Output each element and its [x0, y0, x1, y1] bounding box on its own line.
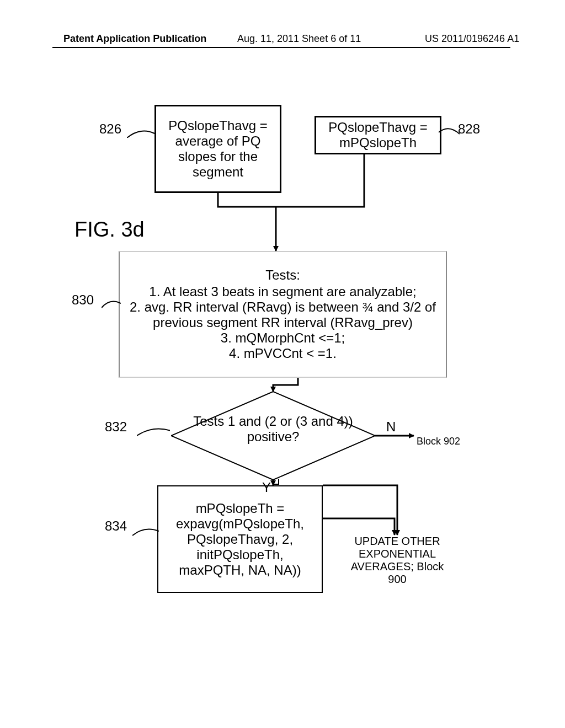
figure-title: FIG. 3d: [74, 218, 145, 242]
process-box-828: PQslopeThavg = mPQslopeTh: [315, 116, 441, 154]
label-block-900: UPDATE OTHER EXPONENTIAL AVERAGES; Block…: [345, 535, 450, 586]
box-830-line1: 1. At least 3 beats in segment are analy…: [149, 284, 416, 299]
box-830-line3: 3. mQMorphCnt <=1;: [221, 330, 345, 346]
connector-832-icon: [137, 425, 170, 438]
ref-826: 826: [99, 121, 121, 137]
header-center: Aug. 11, 2011 Sheet 6 of 11: [237, 33, 361, 45]
ref-832: 832: [105, 419, 127, 435]
ref-834: 834: [105, 518, 127, 534]
label-block-902: Block 902: [417, 436, 460, 447]
box-830-line2: 2. avg. RR interval (RRavg) is between ¾…: [126, 299, 439, 330]
ref-828: 828: [458, 121, 480, 137]
ref-830: 830: [72, 292, 94, 308]
process-box-826: PQslopeThavg = average of PQ slopes for …: [154, 105, 281, 193]
box-830-heading: Tests:: [265, 267, 300, 283]
process-box-830: Tests: 1. At least 3 beats in segment ar…: [119, 251, 447, 378]
connector-834-icon: [132, 526, 159, 539]
connector-830-icon: [102, 298, 121, 309]
header-right: US 2011/0196246 A1: [425, 33, 519, 45]
header-rule: [52, 47, 510, 48]
header-left: Patent Application Publication: [63, 33, 206, 45]
label-no: N: [386, 419, 396, 435]
decision-832: Tests 1 and (2 or (3 and 4)) positive?: [171, 392, 375, 480]
connector-828-icon: [439, 124, 461, 135]
label-yes: Y: [262, 480, 271, 495]
process-box-834: mPQslopeTh = expavg(mPQslopeTh, PQslopeT…: [157, 485, 323, 593]
box-834-text: mPQslopeTh = expavg(mPQslopeTh, PQslopeT…: [165, 501, 315, 578]
box-828-text: PQslopeThavg = mPQslopeTh: [323, 120, 433, 151]
box-830-line4: 4. mPVCCnt < =1.: [229, 346, 337, 361]
decision-text: Tests 1 and (2 or (3 and 4)) positive?: [171, 414, 375, 445]
connector-826-icon: [127, 127, 157, 138]
box-826-text: PQslopeThavg = average of PQ slopes for …: [163, 118, 273, 180]
